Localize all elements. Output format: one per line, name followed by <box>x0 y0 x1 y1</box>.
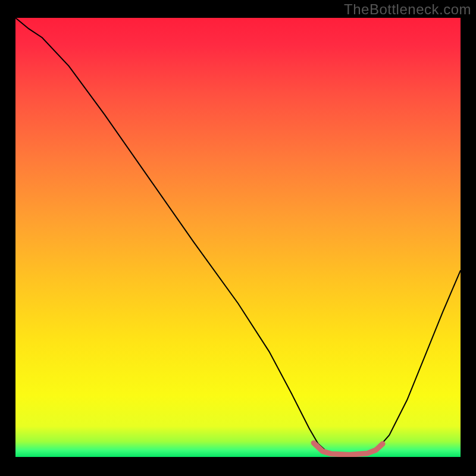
chart-area <box>15 18 461 457</box>
bottleneck-curve <box>15 18 461 455</box>
watermark-label: TheBottleneck.com <box>344 1 471 18</box>
curve-layer <box>15 18 461 457</box>
